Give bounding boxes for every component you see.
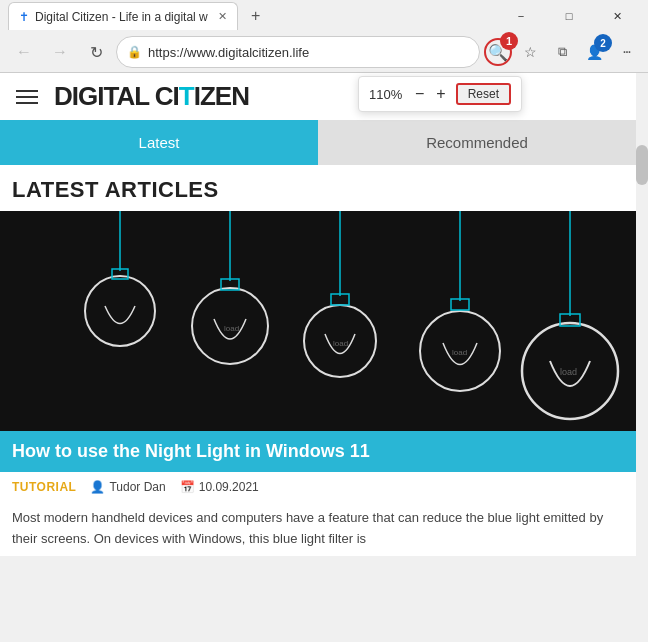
favorites-icon-wrap: ☆ <box>516 38 544 66</box>
article-title-bar: How to use the Night Light in Windows 11 <box>0 431 636 472</box>
site-tabs: Latest Recommended <box>0 120 636 165</box>
hamburger-line-3 <box>16 102 38 104</box>
calendar-icon: 📅 <box>180 480 195 494</box>
title-bar: ✝ Digital Citizen - Life in a digital w … <box>0 0 648 32</box>
svg-text:load: load <box>224 324 239 333</box>
scrollbar-thumb[interactable] <box>636 145 648 185</box>
forward-button[interactable]: → <box>44 36 76 68</box>
back-button[interactable]: ← <box>8 36 40 68</box>
page-content: DIGITAL CITIZEN Latest Recommended LATES… <box>0 73 636 556</box>
zoom-value: 110% <box>369 87 405 102</box>
collections-icon-button[interactable]: ⧉ <box>548 38 576 66</box>
article-body: Most modern handheld devices and compute… <box>0 502 636 556</box>
tab-recommended[interactable]: Recommended <box>318 120 636 165</box>
address-text: https://www.digitalcitizen.life <box>148 45 469 60</box>
article-image: load load load load <box>0 211 636 431</box>
window-controls: − □ ✕ <box>498 0 640 32</box>
refresh-button[interactable]: ↻ <box>80 36 112 68</box>
logo-accent: T <box>179 81 194 111</box>
article-tag: TUTORIAL <box>12 480 76 494</box>
article-illustration: load load load load <box>0 211 636 431</box>
address-bar-row: ← → ↻ 🔒 https://www.digitalcitizen.life … <box>0 32 648 72</box>
zoom-icon-wrap: 🔍 1 110% − + Reset <box>484 38 512 66</box>
zoom-popup: 110% − + Reset <box>358 76 522 112</box>
favorites-icon-button[interactable]: ☆ <box>516 38 544 66</box>
profile-icon-wrap: 👤 2 <box>580 38 608 66</box>
article-author: 👤 Tudor Dan <box>90 480 165 494</box>
close-button[interactable]: ✕ <box>594 0 640 32</box>
hamburger-line-2 <box>16 96 38 98</box>
site-logo: DIGITAL CITIZEN <box>54 81 249 112</box>
tab-title: Digital Citizen - Life in a digital w <box>35 10 208 24</box>
author-name: Tudor Dan <box>109 480 165 494</box>
tab-favicon: ✝ <box>19 10 29 24</box>
tab-close-button[interactable]: ✕ <box>218 10 227 23</box>
new-tab-button[interactable]: + <box>244 4 268 28</box>
address-bar[interactable]: 🔒 https://www.digitalcitizen.life <box>116 36 480 68</box>
tab-latest[interactable]: Latest <box>0 120 318 165</box>
svg-text:load: load <box>452 348 467 357</box>
svg-rect-0 <box>0 211 636 431</box>
collections-icon-wrap: ⧉ <box>548 38 576 66</box>
author-icon: 👤 <box>90 480 105 494</box>
svg-text:load: load <box>333 339 348 348</box>
site-header: DIGITAL CITIZEN <box>0 73 636 120</box>
zoom-minus-button[interactable]: − <box>413 85 426 103</box>
maximize-button[interactable]: □ <box>546 0 592 32</box>
article-date: 📅 10.09.2021 <box>180 480 259 494</box>
article-meta: TUTORIAL 👤 Tudor Dan 📅 10.09.2021 <box>0 472 636 502</box>
article-title: How to use the Night Light in Windows 11 <box>12 441 624 462</box>
minimize-button[interactable]: − <box>498 0 544 32</box>
badge-2: 2 <box>594 34 612 52</box>
zoom-reset-button[interactable]: Reset <box>456 83 511 105</box>
hamburger-menu[interactable] <box>12 86 42 108</box>
scrollbar[interactable] <box>636 145 648 642</box>
section-title: LATEST ARTICLES <box>0 165 636 211</box>
date-value: 10.09.2021 <box>199 480 259 494</box>
svg-text:load: load <box>560 367 577 377</box>
browser-tab[interactable]: ✝ Digital Citizen - Life in a digital w … <box>8 2 238 30</box>
zoom-plus-button[interactable]: + <box>434 85 447 103</box>
more-options-button[interactable]: ··· <box>612 38 640 66</box>
hamburger-line-1 <box>16 90 38 92</box>
lock-icon: 🔒 <box>127 45 142 59</box>
